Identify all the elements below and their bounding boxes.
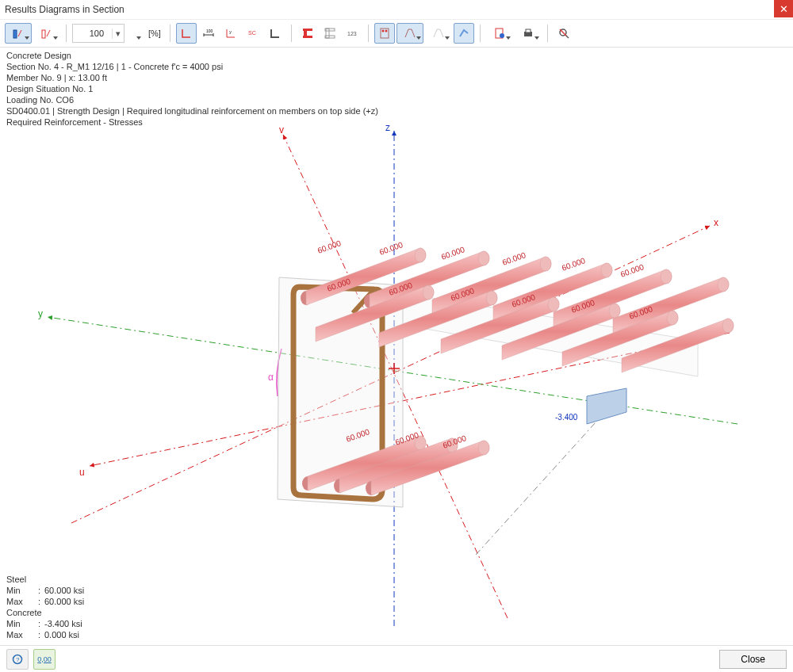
chevron-down-icon[interactable]: ▾ — [112, 29, 124, 39]
legend-steel-title: Steel — [6, 574, 84, 585]
rebar-view-2-icon[interactable] — [396, 23, 423, 44]
svg-point-14 — [385, 30, 387, 32]
section-outline-icon[interactable] — [320, 23, 340, 44]
section-solid-icon[interactable] — [297, 23, 318, 44]
svg-point-36 — [601, 263, 612, 277]
zoom-dropdown[interactable] — [126, 23, 144, 44]
svg-text:y: y — [229, 29, 232, 34]
zoom-unit: [%] — [148, 29, 161, 38]
svg-point-39 — [423, 285, 434, 300]
print-icon[interactable] — [515, 23, 542, 44]
svg-rect-18 — [526, 29, 531, 32]
result-diagram-1-button[interactable] — [5, 23, 32, 44]
axis-z-label: z — [385, 122, 390, 133]
toolbar: 100 ▾ [%] 100 y SC 123 — [0, 20, 793, 48]
titlebar: Results Diagrams in Section ✕ — [0, 0, 793, 20]
legend-concrete-title: Concrete — [6, 607, 84, 618]
svg-point-44 — [722, 319, 734, 333]
separator — [547, 25, 548, 42]
svg-rect-1 — [42, 30, 45, 38]
svg-point-41 — [548, 297, 559, 311]
separator — [66, 25, 67, 42]
dimension-icon[interactable]: 100 — [198, 23, 219, 44]
svg-rect-6 — [303, 29, 312, 31]
svg-point-35 — [540, 257, 551, 271]
svg-point-16 — [500, 33, 504, 38]
help-button[interactable]: ? — [6, 649, 29, 670]
separator — [480, 25, 481, 42]
footer: ? 0,00 Close — [0, 645, 793, 672]
svg-point-34 — [478, 251, 489, 265]
concrete-value: -3.400 — [555, 413, 578, 422]
svg-point-13 — [381, 30, 384, 32]
svg-rect-10 — [325, 36, 335, 38]
svg-text:60.000: 60.000 — [316, 239, 343, 255]
svg-text:SC: SC — [248, 30, 256, 36]
svg-rect-7 — [303, 36, 312, 38]
svg-rect-0 — [13, 30, 17, 38]
legend: Steel Min:60.000 ksi Max:60.000 ksi Conc… — [6, 574, 84, 640]
shear-center-icon[interactable]: SC — [243, 23, 263, 44]
svg-text:60.000: 60.000 — [501, 250, 527, 267]
svg-point-32 — [415, 248, 426, 262]
svg-text:123: 123 — [347, 31, 357, 36]
coord-system-icon[interactable] — [176, 23, 197, 44]
svg-text:60.000: 60.000 — [440, 245, 466, 262]
window-title: Results Diagrams in Section — [5, 4, 125, 15]
svg-text:?: ? — [16, 656, 20, 663]
svg-point-40 — [486, 291, 497, 305]
numbers-icon[interactable]: 123 — [342, 23, 362, 44]
axis-v-label: v — [279, 124, 284, 136]
principal-axes-icon[interactable]: y — [220, 23, 241, 44]
svg-point-43 — [667, 311, 678, 325]
svg-marker-28 — [587, 388, 626, 424]
svg-rect-8 — [326, 29, 329, 38]
result-diagram-2-button[interactable] — [33, 23, 60, 44]
axis-u-label: u — [79, 467, 85, 478]
svg-rect-12 — [381, 29, 389, 38]
svg-text:100: 100 — [206, 29, 213, 33]
svg-text:60.000: 60.000 — [561, 256, 587, 273]
section-diagram[interactable]: z y x u v α -3.400 — [0, 48, 793, 642]
separator — [368, 25, 369, 42]
svg-point-37 — [661, 269, 672, 284]
svg-rect-9 — [325, 29, 335, 31]
svg-text:60.000: 60.000 — [378, 240, 404, 257]
window-close-button[interactable]: ✕ — [774, 0, 793, 17]
zoom-combo[interactable]: 100 ▾ — [72, 24, 125, 43]
rebar-view-3-icon[interactable] — [425, 23, 452, 44]
rebar-3d-icon[interactable] — [454, 23, 474, 44]
separator — [170, 25, 170, 42]
units-button[interactable]: 0,00 — [33, 649, 56, 670]
search-icon[interactable] — [554, 23, 574, 44]
alpha-label: α — [268, 372, 274, 383]
svg-text:60.000: 60.000 — [619, 262, 646, 279]
close-button[interactable]: Close — [719, 650, 787, 669]
axis-x-label: x — [714, 217, 718, 228]
svg-point-50 — [478, 441, 489, 455]
axis-y-label: y — [38, 308, 43, 319]
corner-icon[interactable] — [265, 23, 285, 44]
page-setup-icon[interactable] — [486, 23, 513, 44]
separator — [291, 25, 292, 42]
svg-point-38 — [718, 277, 729, 292]
rebar-view-1-icon[interactable] — [374, 23, 395, 44]
zoom-value: 100 — [73, 29, 112, 38]
svg-point-42 — [609, 304, 620, 318]
